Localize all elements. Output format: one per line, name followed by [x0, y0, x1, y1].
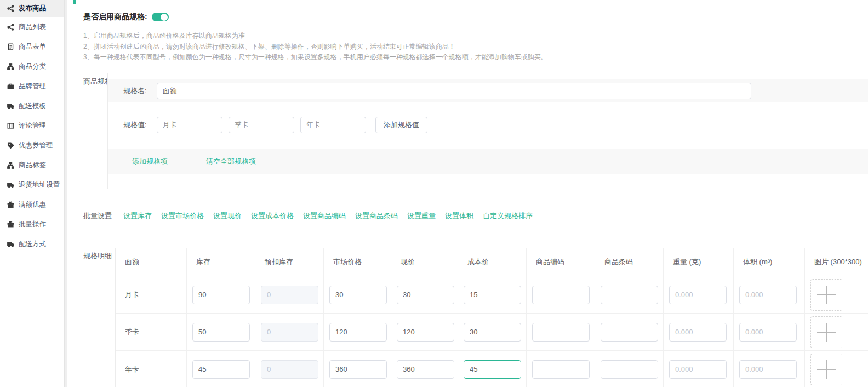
product-code-input[interactable]	[532, 286, 590, 304]
column-header: 成本价	[458, 248, 527, 276]
column-header: 图片 (300*300)	[805, 248, 868, 276]
reserved-stock-input[interactable]	[261, 360, 318, 379]
column-header: 商品编码	[527, 248, 595, 276]
table-cell	[324, 276, 391, 313]
sidebar-item[interactable]: 满额优惠	[0, 195, 64, 214]
product-code-input[interactable]	[532, 323, 590, 342]
batch-action-link[interactable]: 设置市场价格	[161, 211, 204, 221]
reserved-stock-input[interactable]	[261, 286, 318, 304]
table-cell	[805, 276, 868, 313]
sidebar-item[interactable]: 评论管理	[0, 116, 64, 135]
sidebar-item[interactable]: 优惠券管理	[0, 135, 64, 155]
spec-value-input[interactable]	[157, 117, 222, 133]
barcode-input[interactable]	[601, 323, 658, 342]
table-cell	[664, 351, 734, 387]
table-cell	[391, 314, 458, 350]
sidebar-item[interactable]: 品牌管理	[0, 76, 64, 96]
sidebar-item[interactable]: 商品列表	[0, 17, 64, 37]
batch-action-link[interactable]: 自定义规格排序	[483, 211, 533, 221]
market-price-input[interactable]	[329, 323, 387, 342]
spec-value-input[interactable]	[300, 117, 366, 133]
volume-input[interactable]	[739, 360, 797, 379]
column-header: 商品条码	[595, 248, 664, 276]
active-tab-indicator	[73, 0, 76, 4]
table-cell	[458, 351, 527, 387]
sidebar-item-label: 批量操作	[19, 220, 46, 229]
column-header: 体积 (m³)	[734, 248, 805, 276]
truck-icon	[7, 181, 14, 189]
note-line: 2、拼团活动创建后的商品，请勿对该商品进行修改规格、下架、删除等操作，否则影响下…	[83, 42, 547, 53]
cost-price-input[interactable]	[464, 323, 521, 342]
batch-action-link[interactable]: 设置重量	[407, 211, 436, 221]
batch-action-link[interactable]: 设置库存	[123, 211, 152, 221]
switch-knob	[161, 14, 168, 21]
note-line: 1、启用商品规格后，商品的价格及库存以商品规格为准	[83, 31, 547, 42]
sidebar-item[interactable]: 配送方式	[0, 234, 64, 254]
add-spec-value-button[interactable]: 添加规格值	[375, 117, 427, 133]
batch-action-link[interactable]: 设置体积	[445, 211, 473, 221]
table-cell	[255, 351, 324, 387]
sidebar-item[interactable]: 退货地址设置	[0, 175, 64, 195]
spec-name-row: 规格名:	[108, 79, 868, 102]
market-price-input[interactable]	[329, 286, 387, 304]
barcode-input[interactable]	[601, 360, 658, 379]
market-price-input[interactable]	[329, 360, 387, 379]
weight-input[interactable]	[669, 323, 727, 342]
table-row: 年卡	[116, 351, 868, 387]
table-header-row: 面额库存预扣库存市场价格现价成本价商品编码商品条码重量 (克)体积 (m³)图片…	[116, 248, 868, 276]
sidebar-item[interactable]: 批量操作	[0, 214, 64, 234]
spec-values-row: 规格值: 添加规格值	[108, 116, 868, 134]
table-cell	[391, 276, 458, 313]
reserved-stock-input[interactable]	[261, 323, 318, 342]
gift-icon	[7, 201, 14, 208]
volume-input[interactable]	[739, 323, 797, 342]
batch-action-link[interactable]: 设置商品条码	[355, 211, 398, 221]
sidebar-scrollbar[interactable]	[64, 0, 67, 387]
sidebar-item-label: 商品表单	[19, 42, 46, 52]
share-nodes-icon	[7, 24, 14, 31]
stock-input[interactable]	[192, 360, 250, 379]
sidebar: 发布商品商品列表商品表单商品分类品牌管理配送模板评论管理优惠券管理商品标签退货地…	[0, 0, 64, 387]
table-cell: 月卡	[116, 276, 187, 313]
price-input[interactable]	[397, 323, 454, 342]
sidebar-item[interactable]: 商品标签	[0, 155, 64, 175]
sidebar-item[interactable]: 商品分类	[0, 56, 64, 76]
sidebar-item[interactable]: 商品表单	[0, 37, 64, 56]
spec-panel: 规格名: 规格值: 添加规格值 添加规格项 清空全部规格项	[107, 73, 868, 189]
spec-toggle-row: 是否启用商品规格:	[83, 12, 169, 22]
column-header: 面额	[116, 248, 187, 276]
stock-input[interactable]	[192, 323, 250, 342]
spec-name-input[interactable]	[157, 83, 751, 99]
cost-price-input[interactable]	[464, 286, 521, 304]
spec-name-label: 规格名:	[123, 86, 147, 96]
price-input[interactable]	[397, 286, 454, 304]
document-icon	[7, 43, 14, 50]
cost-price-input[interactable]	[464, 360, 521, 379]
spec-value-input[interactable]	[229, 117, 294, 133]
batch-action-link[interactable]: 设置成本价格	[251, 211, 294, 221]
batch-action-link[interactable]: 设置现价	[213, 211, 242, 221]
image-upload-button[interactable]	[810, 316, 842, 348]
batch-action-link[interactable]: 设置商品编码	[303, 211, 346, 221]
spec-toggle-switch[interactable]	[152, 13, 169, 21]
image-upload-button[interactable]	[810, 279, 842, 311]
barcode-input[interactable]	[601, 286, 658, 304]
product-code-input[interactable]	[532, 360, 590, 379]
clear-all-spec-link[interactable]: 清空全部规格项	[206, 157, 256, 167]
price-input[interactable]	[397, 360, 454, 379]
stock-input[interactable]	[192, 286, 250, 304]
image-upload-button[interactable]	[810, 354, 842, 385]
table-cell: 季卡	[116, 314, 187, 350]
sidebar-item[interactable]: 配送模板	[0, 96, 64, 116]
table-cell	[187, 314, 255, 350]
batch-section-label: 批量设置	[83, 211, 112, 221]
add-spec-item-link[interactable]: 添加规格项	[132, 157, 168, 167]
volume-input[interactable]	[739, 286, 797, 304]
weight-input[interactable]	[669, 360, 727, 379]
gift-icon	[7, 221, 14, 228]
table-cell	[664, 314, 734, 350]
sidebar-item[interactable]: 发布商品	[0, 0, 64, 17]
batch-actions: 设置库存设置市场价格设置现价设置成本价格设置商品编码设置商品条码设置重量设置体积…	[123, 211, 533, 221]
sidebar-item-label: 优惠券管理	[19, 141, 53, 150]
weight-input[interactable]	[669, 286, 727, 304]
